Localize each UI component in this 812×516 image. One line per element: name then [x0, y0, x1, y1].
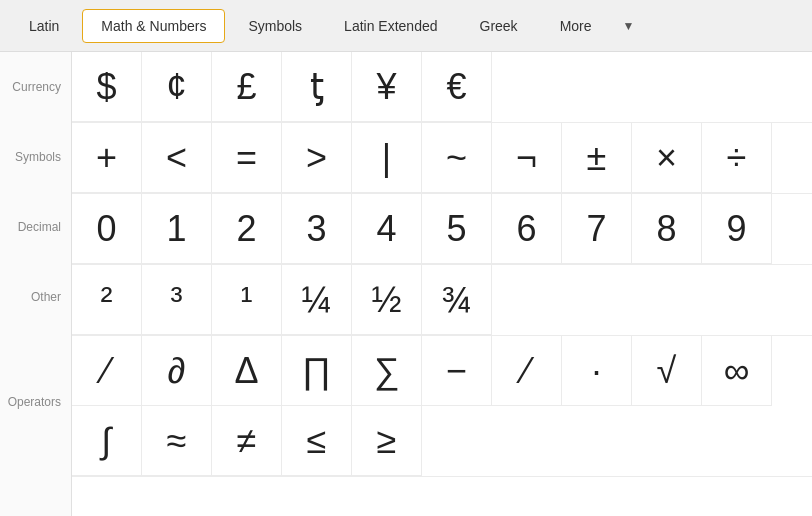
symbol-cell[interactable]: ≈: [142, 406, 212, 476]
category-label-operators: Operators: [0, 332, 71, 472]
category-label-symbols: Symbols: [0, 122, 71, 192]
symbol-cell[interactable]: Δ: [212, 336, 282, 406]
symbol-cell[interactable]: 9: [702, 194, 772, 264]
section-symbols: +<=>|~¬±×÷: [72, 123, 812, 194]
symbol-cell[interactable]: −: [422, 336, 492, 406]
section-rows-other: ²³¹¼½¾: [72, 265, 812, 335]
symbol-cell[interactable]: 8: [632, 194, 702, 264]
symbol-cell[interactable]: √: [632, 336, 702, 406]
category-labels: CurrencySymbolsDecimalOtherOperators: [0, 52, 72, 516]
section-operators: ∕∂Δ∏∑−⁄·√∞∫≈≠≤≥: [72, 336, 812, 477]
symbol-cell[interactable]: ³: [142, 265, 212, 335]
symbol-cell[interactable]: 3: [282, 194, 352, 264]
section-currency: $¢£ƫ¥€: [72, 52, 812, 123]
symbol-cell[interactable]: 5: [422, 194, 492, 264]
symbol-cell[interactable]: =: [212, 123, 282, 193]
symbol-cell[interactable]: |: [352, 123, 422, 193]
symbol-cell[interactable]: ·: [562, 336, 632, 406]
tab-greek[interactable]: Greek: [461, 9, 537, 43]
symbol-cell[interactable]: 6: [492, 194, 562, 264]
symbol-row: ∕∂Δ∏∑−⁄·√∞: [72, 336, 812, 406]
category-label-currency: Currency: [0, 52, 71, 122]
section-rows-symbols: +<=>|~¬±×÷: [72, 123, 812, 193]
symbol-row: ²³¹¼½¾: [72, 265, 812, 335]
symbol-row: ∫≈≠≤≥: [72, 406, 812, 476]
symbol-cell[interactable]: ∑: [352, 336, 422, 406]
symbol-cell[interactable]: ²: [72, 265, 142, 335]
symbol-cell[interactable]: ∫: [72, 406, 142, 476]
symbol-cell[interactable]: $: [72, 52, 142, 122]
symbol-cell[interactable]: ≤: [282, 406, 352, 476]
symbol-cell[interactable]: ¼: [282, 265, 352, 335]
dropdown-arrow[interactable]: ▼: [613, 11, 645, 41]
category-label-other: Other: [0, 262, 71, 332]
symbol-cell[interactable]: ¢: [142, 52, 212, 122]
symbol-cell[interactable]: ¬: [492, 123, 562, 193]
symbol-cell[interactable]: ⁄: [492, 336, 562, 406]
symbol-cell[interactable]: 4: [352, 194, 422, 264]
tabs-container: LatinMath & NumbersSymbolsLatin Extended…: [8, 9, 613, 43]
section-decimal: 0123456789: [72, 194, 812, 265]
symbol-cell[interactable]: ÷: [702, 123, 772, 193]
tab-math-numbers[interactable]: Math & Numbers: [82, 9, 225, 43]
symbols-grid: $¢£ƫ¥€+<=>|~¬±×÷0123456789²³¹¼½¾∕∂Δ∏∑−⁄·…: [72, 52, 812, 516]
content-area: CurrencySymbolsDecimalOtherOperators $¢£…: [0, 52, 812, 516]
symbol-cell[interactable]: ∕: [72, 336, 142, 406]
symbol-cell[interactable]: £: [212, 52, 282, 122]
symbol-cell[interactable]: ¾: [422, 265, 492, 335]
tab-latin-extended[interactable]: Latin Extended: [325, 9, 456, 43]
symbol-cell[interactable]: <: [142, 123, 212, 193]
section-rows-operators: ∕∂Δ∏∑−⁄·√∞∫≈≠≤≥: [72, 336, 812, 476]
symbol-row: +<=>|~¬±×÷: [72, 123, 812, 193]
symbol-cell[interactable]: ∞: [702, 336, 772, 406]
symbol-cell[interactable]: ×: [632, 123, 702, 193]
symbol-cell[interactable]: €: [422, 52, 492, 122]
symbol-cell[interactable]: ½: [352, 265, 422, 335]
symbol-cell[interactable]: ƫ: [282, 52, 352, 122]
symbol-cell[interactable]: +: [72, 123, 142, 193]
tab-latin[interactable]: Latin: [10, 9, 78, 43]
symbol-row: 0123456789: [72, 194, 812, 264]
symbol-cell[interactable]: ∂: [142, 336, 212, 406]
symbol-cell[interactable]: 2: [212, 194, 282, 264]
symbol-cell[interactable]: 0: [72, 194, 142, 264]
category-label-decimal: Decimal: [0, 192, 71, 262]
section-rows-currency: $¢£ƫ¥€: [72, 52, 812, 122]
symbol-cell[interactable]: ¹: [212, 265, 282, 335]
tab-more[interactable]: More: [541, 9, 611, 43]
section-rows-decimal: 0123456789: [72, 194, 812, 264]
symbol-cell[interactable]: ¥: [352, 52, 422, 122]
symbol-cell[interactable]: ∏: [282, 336, 352, 406]
symbol-cell[interactable]: ±: [562, 123, 632, 193]
section-other: ²³¹¼½¾: [72, 265, 812, 336]
symbol-cell[interactable]: 7: [562, 194, 632, 264]
symbol-cell[interactable]: ≥: [352, 406, 422, 476]
symbol-cell[interactable]: 1: [142, 194, 212, 264]
symbol-cell[interactable]: ~: [422, 123, 492, 193]
tab-symbols[interactable]: Symbols: [229, 9, 321, 43]
symbol-cell[interactable]: >: [282, 123, 352, 193]
symbol-row: $¢£ƫ¥€: [72, 52, 812, 122]
symbol-cell[interactable]: ≠: [212, 406, 282, 476]
tab-bar: LatinMath & NumbersSymbolsLatin Extended…: [0, 0, 812, 52]
